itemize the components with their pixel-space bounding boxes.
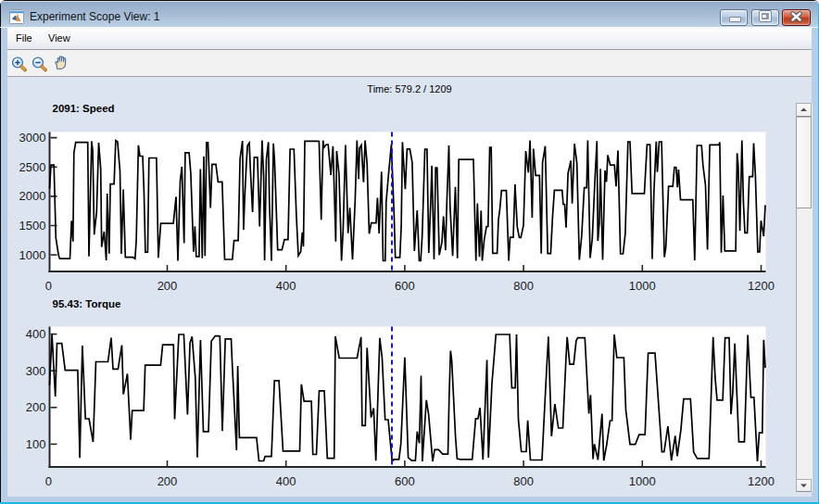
svg-text:0: 0 [45,279,52,293]
svg-text:300: 300 [26,364,46,378]
svg-text:600: 600 [395,474,415,488]
svg-text:600: 600 [395,279,415,293]
svg-text:95.43: Torque: 95.43: Torque [53,298,121,309]
svg-text:100: 100 [26,437,46,451]
svg-text:800: 800 [513,279,534,293]
svg-text:1000: 1000 [19,248,46,262]
svg-text:400: 400 [276,474,296,488]
svg-text:2000: 2000 [19,189,46,203]
svg-text:3000: 3000 [19,131,46,145]
svg-text:Time: 579.2 / 1209: Time: 579.2 / 1209 [367,83,451,94]
svg-text:400: 400 [26,327,46,341]
svg-text:200: 200 [158,474,178,488]
svg-text:800: 800 [513,474,534,488]
svg-text:200: 200 [158,279,178,293]
svg-text:400: 400 [276,279,296,293]
svg-text:1000: 1000 [629,474,656,488]
svg-text:200: 200 [26,400,46,414]
svg-text:1500: 1500 [19,219,46,233]
svg-text:1000: 1000 [629,279,656,293]
svg-text:0: 0 [45,474,52,488]
svg-text:1200: 1200 [748,279,775,293]
svg-text:2091: Speed: 2091: Speed [53,103,115,114]
svg-text:2500: 2500 [19,160,46,174]
svg-text:1200: 1200 [748,474,775,488]
